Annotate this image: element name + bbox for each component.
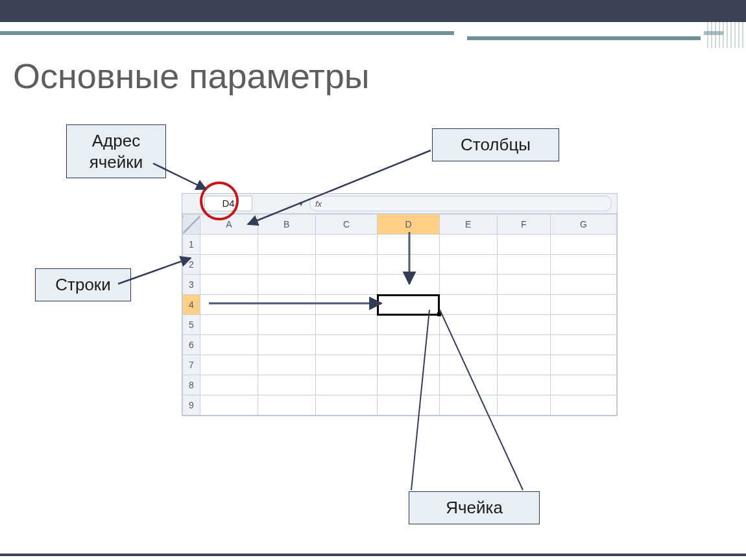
cell[interactable] bbox=[200, 375, 258, 395]
decor-footer-line bbox=[0, 554, 746, 556]
cell[interactable] bbox=[439, 335, 497, 355]
cell[interactable] bbox=[550, 335, 616, 355]
decor-bar-teal-2 bbox=[467, 36, 701, 40]
cell[interactable] bbox=[258, 375, 315, 395]
callout-cell-address: Адрес ячейки bbox=[66, 124, 166, 178]
cell[interactable] bbox=[497, 235, 550, 255]
column-header[interactable]: C bbox=[315, 215, 378, 235]
cell[interactable] bbox=[315, 295, 378, 315]
callout-columns: Столбцы bbox=[432, 128, 559, 161]
cell[interactable] bbox=[439, 275, 497, 295]
cell[interactable] bbox=[315, 255, 378, 275]
cell[interactable] bbox=[200, 395, 258, 415]
cell[interactable] bbox=[497, 295, 550, 315]
name-box-dropdown-icon[interactable]: ▼ bbox=[298, 200, 304, 207]
cell[interactable] bbox=[200, 335, 258, 355]
cell[interactable] bbox=[550, 395, 616, 415]
cell[interactable] bbox=[497, 275, 550, 295]
cell[interactable] bbox=[378, 355, 440, 375]
row-header[interactable]: 8 bbox=[183, 375, 200, 395]
cell[interactable] bbox=[378, 375, 440, 395]
cell[interactable] bbox=[315, 395, 378, 415]
cell[interactable] bbox=[200, 355, 258, 375]
row-header[interactable]: 5 bbox=[183, 315, 200, 335]
cell[interactable] bbox=[315, 235, 378, 255]
cell[interactable] bbox=[315, 275, 378, 295]
cell[interactable] bbox=[439, 255, 497, 275]
cell[interactable] bbox=[258, 255, 315, 275]
cell[interactable] bbox=[378, 395, 440, 415]
cell[interactable] bbox=[439, 295, 497, 315]
cell[interactable] bbox=[315, 375, 378, 395]
row-header[interactable]: 2 bbox=[183, 255, 200, 275]
cell[interactable] bbox=[439, 235, 497, 255]
cell[interactable] bbox=[258, 395, 315, 415]
decor-hatch bbox=[707, 22, 746, 48]
cell[interactable] bbox=[200, 235, 258, 255]
slide: Основные параметры Адрес ячейки Строки С… bbox=[0, 0, 746, 560]
cell[interactable] bbox=[550, 235, 616, 255]
cell[interactable] bbox=[550, 375, 616, 395]
decor-bar-teal bbox=[0, 31, 454, 35]
column-header[interactable]: D bbox=[378, 215, 440, 235]
cell[interactable] bbox=[439, 315, 497, 335]
cell[interactable] bbox=[378, 255, 440, 275]
cell[interactable] bbox=[497, 395, 550, 415]
cell[interactable] bbox=[497, 375, 550, 395]
cell[interactable] bbox=[497, 255, 550, 275]
cell[interactable] bbox=[550, 255, 616, 275]
cell[interactable] bbox=[439, 355, 497, 375]
decor-bar-top bbox=[0, 0, 746, 22]
cell[interactable] bbox=[439, 395, 497, 415]
row-header[interactable]: 4 bbox=[183, 295, 200, 315]
column-header[interactable]: F bbox=[497, 215, 550, 235]
row-header[interactable]: 9 bbox=[183, 395, 200, 415]
cell[interactable] bbox=[497, 355, 550, 375]
cell[interactable] bbox=[550, 295, 616, 315]
highlight-circle bbox=[200, 181, 239, 220]
cell[interactable] bbox=[497, 335, 550, 355]
cell[interactable] bbox=[378, 335, 440, 355]
cell[interactable] bbox=[550, 315, 616, 335]
formula-bar: D4 ▼ fx bbox=[182, 194, 617, 214]
cell[interactable] bbox=[200, 275, 258, 295]
fx-icon: fx bbox=[315, 199, 322, 209]
cell[interactable] bbox=[315, 315, 378, 335]
cell[interactable] bbox=[378, 315, 440, 335]
column-header[interactable]: B bbox=[258, 215, 315, 235]
cell[interactable] bbox=[378, 275, 440, 295]
cell[interactable] bbox=[258, 235, 315, 255]
formula-input-wrap[interactable]: fx bbox=[309, 196, 612, 211]
cell[interactable] bbox=[315, 355, 378, 375]
cell[interactable] bbox=[200, 295, 258, 315]
row-header[interactable]: 3 bbox=[183, 275, 200, 295]
cell[interactable] bbox=[258, 335, 315, 355]
column-header[interactable]: E bbox=[439, 215, 497, 235]
cell[interactable] bbox=[258, 355, 315, 375]
excel-mock: D4 ▼ fx ABCDEFG 123456789 bbox=[182, 193, 618, 416]
callout-cell: Ячейка bbox=[409, 491, 540, 524]
cell[interactable] bbox=[550, 355, 616, 375]
row-header[interactable]: 6 bbox=[183, 335, 200, 355]
cell[interactable] bbox=[258, 275, 315, 295]
cell[interactable] bbox=[497, 315, 550, 335]
column-header[interactable]: G bbox=[550, 215, 616, 235]
row-header[interactable]: 7 bbox=[183, 355, 200, 375]
row-header[interactable]: 1 bbox=[183, 235, 200, 255]
cell[interactable] bbox=[315, 335, 378, 355]
cell[interactable] bbox=[439, 375, 497, 395]
cell[interactable] bbox=[200, 255, 258, 275]
slide-title: Основные параметры bbox=[13, 56, 370, 96]
select-all-corner[interactable] bbox=[183, 215, 200, 235]
cell[interactable] bbox=[258, 295, 315, 315]
cell[interactable] bbox=[258, 315, 315, 335]
cell[interactable] bbox=[550, 275, 616, 295]
cell[interactable] bbox=[200, 315, 258, 335]
cell[interactable] bbox=[378, 295, 440, 315]
sheet-grid[interactable]: ABCDEFG 123456789 bbox=[182, 214, 617, 415]
cell[interactable] bbox=[378, 235, 440, 255]
callout-rows: Строки bbox=[35, 268, 131, 301]
